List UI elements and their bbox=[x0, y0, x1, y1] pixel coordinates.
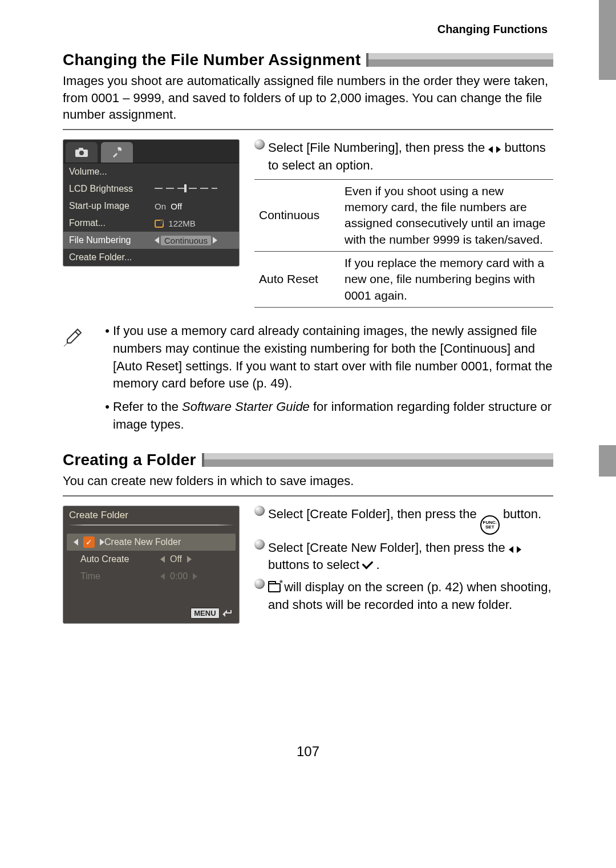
section1-title: Changing the File Number Assignment bbox=[63, 51, 360, 69]
lcd2-autocreate: Auto Create bbox=[80, 554, 160, 564]
heading-bar bbox=[204, 453, 553, 467]
format-value: 122MB bbox=[155, 219, 233, 228]
triangle-right-icon bbox=[193, 573, 197, 580]
note-item: If you use a memory card already contain… bbox=[113, 322, 553, 393]
triangle-left-icon bbox=[160, 573, 165, 580]
divider bbox=[63, 129, 553, 130]
option-name: Auto Reset bbox=[254, 252, 340, 308]
left-right-arrows-icon bbox=[509, 546, 521, 553]
lcd2-time-value: 0:00 bbox=[170, 571, 188, 582]
sidebar-tab-lower bbox=[599, 445, 616, 477]
startup-value: On Off bbox=[155, 201, 233, 211]
options-table: Continuous Even if you shoot using a new… bbox=[254, 179, 553, 308]
checkmark-icon bbox=[363, 558, 372, 572]
tab-camera-icon bbox=[66, 142, 98, 163]
file-numbering-value: Continuous bbox=[155, 236, 217, 245]
heading-bar bbox=[368, 53, 553, 67]
triangle-right-icon bbox=[100, 539, 104, 546]
section2-step1: Select [Create Folder], then press the F… bbox=[268, 506, 553, 535]
bullet-icon bbox=[254, 579, 265, 589]
menu-startup-image: Start-up Image bbox=[69, 201, 155, 211]
menu-format: Format... bbox=[69, 218, 155, 228]
triangle-left-icon bbox=[74, 539, 78, 546]
note-item: Refer to the Software Starter Guide for … bbox=[113, 398, 553, 434]
option-name: Continuous bbox=[254, 179, 340, 251]
svg-rect-4 bbox=[184, 184, 187, 192]
table-row: Continuous Even if you shoot using a new… bbox=[254, 179, 553, 251]
left-right-arrows-icon bbox=[488, 146, 501, 153]
triangle-left-icon bbox=[155, 237, 159, 244]
section2-step3: will display on the screen (p. 42) when … bbox=[268, 579, 553, 614]
tab-tools-icon bbox=[101, 142, 133, 163]
page-number: 107 bbox=[63, 744, 553, 760]
section1-intro: Images you shoot are automatically assig… bbox=[63, 72, 553, 123]
triangle-left-icon bbox=[160, 556, 165, 563]
menu-file-numbering: File Numbering bbox=[69, 235, 155, 245]
section1-step: Select [File Numbering], then press the … bbox=[268, 139, 553, 175]
lcd2-create-new-folder: ✓ Create New Folder bbox=[67, 534, 236, 551]
lcd2-time: Time bbox=[80, 571, 160, 582]
triangle-right-icon bbox=[187, 556, 192, 563]
return-arrow-icon bbox=[222, 609, 232, 617]
camera-menu-screenshot-1: Volume... LCD Brightness Start-up Image … bbox=[63, 139, 240, 267]
new-folder-icon bbox=[268, 583, 281, 592]
sidebar-tab bbox=[599, 0, 616, 80]
option-desc: Even if you shoot using a new memory car… bbox=[340, 179, 553, 251]
svg-point-2 bbox=[79, 151, 84, 155]
table-row: Auto Reset If you replace the memory car… bbox=[254, 252, 553, 308]
bullet-icon bbox=[254, 539, 265, 550]
svg-rect-6 bbox=[160, 220, 163, 224]
divider bbox=[63, 495, 553, 496]
lcd2-autocreate-value: Off bbox=[170, 554, 182, 564]
section2-intro: You can create new folders in which to s… bbox=[63, 473, 553, 490]
note-list: If you use a memory card already contain… bbox=[103, 322, 553, 439]
menu-lcd-brightness: LCD Brightness bbox=[69, 184, 155, 194]
brightness-slider-icon bbox=[155, 184, 233, 194]
lcd2-title: Create Folder bbox=[63, 506, 239, 524]
pencil-note-icon bbox=[63, 322, 91, 439]
checkbox-checked-icon: ✓ bbox=[83, 536, 95, 548]
menu-button-icon: MENU bbox=[191, 608, 219, 619]
bullet-icon bbox=[254, 506, 265, 516]
menu-create-folder: Create Folder... bbox=[69, 252, 155, 263]
page-header: Changing Functions bbox=[63, 23, 553, 36]
section2-step2: Select [Create New Folder], then press t… bbox=[268, 539, 553, 575]
menu-volume: Volume... bbox=[69, 167, 155, 177]
func-set-button-icon: FUNC.SET bbox=[480, 515, 500, 535]
option-desc: If you replace the memory card with a ne… bbox=[340, 252, 553, 308]
section2-title: Creating a Folder bbox=[63, 451, 196, 469]
triangle-right-icon bbox=[213, 237, 217, 244]
bullet-icon bbox=[254, 139, 265, 150]
svg-rect-1 bbox=[79, 148, 83, 151]
camera-menu-screenshot-2: Create Folder ✓ Create New Folder Auto C… bbox=[63, 506, 240, 624]
